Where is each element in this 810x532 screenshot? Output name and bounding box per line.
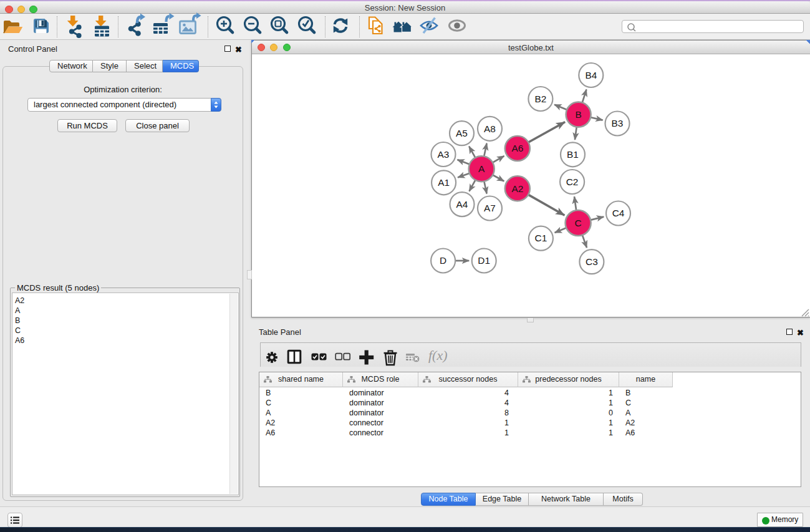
- svg-text:A5: A5: [456, 128, 468, 138]
- svg-text:C4: C4: [612, 208, 625, 218]
- svg-text:B4: B4: [585, 70, 597, 80]
- svg-text:C1: C1: [535, 233, 547, 243]
- svg-text:A1: A1: [438, 177, 450, 188]
- svg-text:A4: A4: [456, 199, 468, 210]
- svg-text:B2: B2: [534, 94, 546, 104]
- svg-text:A: A: [478, 163, 485, 174]
- svg-text:A7: A7: [484, 203, 496, 213]
- svg-text:B1: B1: [567, 149, 579, 160]
- svg-text:B: B: [575, 109, 581, 120]
- svg-text:A8: A8: [484, 123, 496, 134]
- svg-text:C: C: [575, 218, 582, 228]
- svg-text:C3: C3: [586, 256, 598, 267]
- svg-text:A6: A6: [511, 143, 523, 153]
- svg-text:A2: A2: [511, 183, 523, 194]
- svg-text:A3: A3: [438, 149, 450, 160]
- svg-text:B3: B3: [612, 118, 624, 128]
- svg-text:C2: C2: [566, 177, 579, 187]
- svg-text:D1: D1: [478, 255, 490, 266]
- svg-text:D: D: [440, 255, 446, 266]
